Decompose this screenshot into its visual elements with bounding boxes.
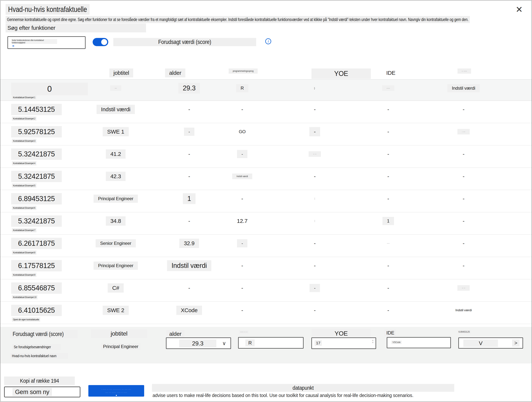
primary-tooltip-button[interactable]: · ····· ·· ···· ··········· ··· ···· ···… xyxy=(88,385,144,397)
set-value-link[interactable]: Indstil værdi xyxy=(96,105,135,114)
table-row[interactable]: 5.32421875Kontrafaktuel Eksempel 542.3-I… xyxy=(0,168,532,190)
column-header-: ·· ····· xyxy=(458,69,471,74)
cell-empty: - xyxy=(314,240,316,247)
alder-dropdown-value: 29.3 xyxy=(179,339,216,347)
ide-input[interactable]: VSCode xyxy=(387,337,451,348)
table-cell: Indstil værdi xyxy=(80,102,151,116)
alder-dropdown[interactable]: 29.3 ∨ xyxy=(166,338,231,349)
table-row[interactable]: 5.92578125Kontrafaktuel Eksempel 3SWE 1-… xyxy=(0,123,532,146)
table-cell: - xyxy=(216,281,268,295)
tooltip-text-line: · ····· ·· ···· ··········· ··· ···· ···… xyxy=(101,389,131,390)
spinner-arrows-icon[interactable]: ˄˅ xyxy=(372,339,373,344)
row-value: 0 xyxy=(11,83,88,95)
cell-value: 34.8 xyxy=(106,216,125,226)
cell-value: GO xyxy=(239,129,246,134)
chevron-down-icon: ∨ xyxy=(222,340,226,346)
row-label: Kontrafaktuel Eksempel 2 xyxy=(12,116,37,121)
cell-empty: - xyxy=(237,239,247,247)
row-label: Kontrafaktuel Eksempel 6 xyxy=(12,206,37,210)
cell-value: ⋮ xyxy=(314,220,316,222)
see-prediction-changes-link[interactable]: Se forudsigelsesændringer xyxy=(12,344,61,350)
table-cell: Senior Engineer xyxy=(80,236,151,250)
table-cell: SWE 1 xyxy=(80,125,151,139)
table-cell: Indstil værdi xyxy=(433,81,494,95)
table-row[interactable]: 6.89453125Kontrafaktuel Eksempel 6Princi… xyxy=(0,190,532,212)
row-value: 5.32421875 xyxy=(11,148,62,160)
table-cell: - xyxy=(216,303,268,317)
chevron-right-icon[interactable]: > xyxy=(512,339,519,347)
yoe-spinner[interactable]: 17 ˄˅ xyxy=(311,338,376,349)
cell-empty: - xyxy=(463,106,464,113)
set-value-link[interactable]: Indstil værdi xyxy=(232,173,253,179)
table-cell: - xyxy=(362,303,414,317)
datapoint-label: datapunkt xyxy=(152,384,454,392)
search-input[interactable]: Sorter funktionskolonner efter kontrafak… xyxy=(7,36,86,49)
editor-header-jobtitel: jobtitel xyxy=(91,329,147,338)
table-cell: - xyxy=(284,169,345,183)
lang-input[interactable]: R xyxy=(238,337,304,349)
set-value-link[interactable]: Indstil værdi xyxy=(455,308,472,312)
close-icon[interactable]: ✕ xyxy=(516,5,523,14)
predicted-value-toggle[interactable] xyxy=(93,38,108,46)
table-row[interactable]: 6.85546875Kontrafaktuel Eksempel 10C#---… xyxy=(0,279,532,302)
table-cell: 42.3 xyxy=(80,169,151,183)
table-cell: [· xyxy=(284,81,345,95)
table-cell: - xyxy=(433,102,494,116)
table-cell: - xyxy=(362,169,414,183)
set-value-link[interactable]: Indstil værdi xyxy=(447,84,480,92)
table-header-row: jobtitelalderprogrammeringssprogYOEIDE··… xyxy=(0,69,532,78)
row-value: 5.92578125 xyxy=(11,126,62,137)
table-cell: - xyxy=(216,147,268,161)
cell-empty: - xyxy=(314,106,316,113)
table-cell: - xyxy=(284,281,345,295)
cell-empty: - xyxy=(188,173,190,179)
cell-empty: - xyxy=(241,196,243,202)
cell-empty: - xyxy=(188,218,190,224)
cell-empty: - xyxy=(314,173,316,179)
row-label[interactable]: Opret din egen kontrafaktuelle xyxy=(12,317,40,322)
counterfactual-editor-panel: Forudsagt værdi (score) Se forudsigelses… xyxy=(0,327,532,364)
info-icon[interactable]: i xyxy=(265,38,271,44)
row-label: Kontrafaktuel Eksempel 8 xyxy=(12,250,37,255)
table-cell: Principal Engineer xyxy=(80,259,151,273)
cell-empty: - xyxy=(188,106,190,113)
row-value: 5.32421875 xyxy=(11,215,62,227)
table-cell: - xyxy=(362,147,414,161)
table-cell: SWE 2 xyxy=(80,303,151,317)
cell-empty: - xyxy=(387,173,389,179)
yoe-spinner-value: 17 xyxy=(315,340,322,346)
column-header-ide: IDE xyxy=(382,69,399,77)
editor-header-alder: alder xyxy=(166,330,184,338)
table-cell: - xyxy=(433,214,494,228)
cell-empty: - xyxy=(241,307,243,313)
table-row[interactable]: 5.32421875Kontrafaktuel Eksempel 734.8-1… xyxy=(0,212,532,235)
table-cell: 12.7 xyxy=(216,214,268,228)
cell-value: 42.3 xyxy=(106,172,125,181)
table-cell: ⋮ xyxy=(284,191,345,206)
extra-dropdown-value: V xyxy=(463,339,498,347)
cell-empty: - xyxy=(463,218,464,224)
set-value-link[interactable]: Indstil værdi xyxy=(167,260,211,271)
table-cell: GO xyxy=(216,125,268,139)
table-row[interactable]: 6.26171875Kontrafaktuel Eksempel 8Senior… xyxy=(0,235,532,257)
column-header-programmeringssprog: programmeringssprog xyxy=(229,69,258,74)
table-cell: - xyxy=(284,303,345,317)
table-row[interactable]: 5.14453125Kontrafaktuel Eksempel 2Indsti… xyxy=(0,101,532,123)
cell-empty: - xyxy=(463,173,464,179)
column-header-yoe: YOE xyxy=(311,69,371,79)
cell-empty: - xyxy=(188,285,190,291)
cell-value: ·· ·· xyxy=(457,285,470,291)
cell-value: [· xyxy=(314,87,316,89)
extra-dropdown[interactable]: V > xyxy=(458,338,523,349)
table-row[interactable]: 6.17578125Kontrafaktuel Eksempel 9Princi… xyxy=(0,257,532,279)
cell-empty: - xyxy=(387,307,389,313)
table-rows: 0Kontrafaktuel Eksempel 1···29.3R[······… xyxy=(0,79,532,324)
table-row[interactable]: 5.32421875Kontrafaktuel Eksempel 441.2--… xyxy=(0,146,532,168)
save-as-new-button[interactable]: Gem som ny xyxy=(4,387,80,397)
column-header-jobtitel: jobtitel xyxy=(109,69,133,77)
table-row[interactable]: 6.41015625Opret din egen kontrafaktuelle… xyxy=(0,302,532,324)
table-cell: ·· ·· xyxy=(284,147,345,161)
table-row[interactable]: 0Kontrafaktuel Eksempel 1···29.3R[······… xyxy=(0,79,532,101)
editor-jobtitel-value[interactable]: Principal Engineer xyxy=(101,343,140,350)
table-cell: - xyxy=(362,281,414,295)
